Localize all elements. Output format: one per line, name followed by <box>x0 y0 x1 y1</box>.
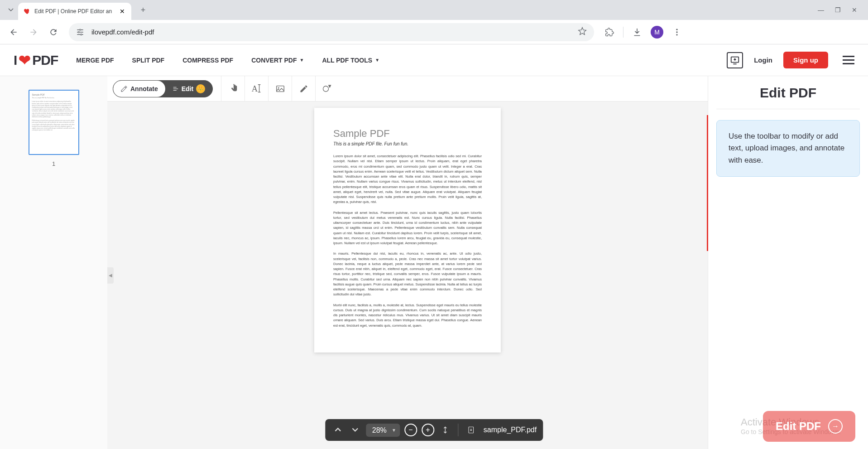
nav-all-tools[interactable]: ALL PDF TOOLS ▼ <box>322 57 379 64</box>
profile-avatar[interactable]: M <box>649 24 665 40</box>
doc-paragraph: Morbi elit nunc, facilisis a, mollis a, … <box>333 303 482 328</box>
logo[interactable]: I ❤ PDF <box>14 52 58 69</box>
collapse-sidebar-icon[interactable]: ◀ <box>107 267 114 284</box>
svg-point-18 <box>278 87 279 88</box>
extensions-icon[interactable] <box>601 24 618 40</box>
svg-point-2 <box>80 29 81 30</box>
canvas-area[interactable]: ◀ Sample PDF This is a simple PDF file. … <box>107 101 708 449</box>
bottom-bar-divider <box>458 424 458 436</box>
chevron-down-icon: ▼ <box>300 58 304 63</box>
draw-tool-button[interactable] <box>292 76 315 101</box>
svg-point-5 <box>78 31 80 33</box>
edit-mode-button[interactable]: Edit 👑 <box>165 81 212 97</box>
bottom-bar: 28% ▼ − + sample_PDF.pdf <box>325 419 543 441</box>
browser-tab[interactable]: Edit PDF | Online PDF Editor an ✕ <box>18 3 131 20</box>
crown-badge-icon: 👑 <box>196 84 205 93</box>
desktop-download-icon[interactable] <box>727 52 743 68</box>
content-area: Sample PDF This is a simple PDF file. Fu… <box>0 76 868 449</box>
svg-text:A: A <box>251 83 258 93</box>
doc-paragraph: In mauris. Pellentesque dui nisi, iaculi… <box>333 251 482 297</box>
tab-favicon-heart-icon <box>24 8 31 15</box>
site-settings-icon[interactable] <box>76 28 84 36</box>
file-icon[interactable] <box>465 424 477 436</box>
downloads-icon[interactable] <box>629 24 645 40</box>
panel-title: Edit PDF <box>716 85 860 109</box>
edit-label: Edit <box>182 85 193 92</box>
filename-label: sample_PDF.pdf <box>484 426 537 434</box>
prev-page-button[interactable] <box>331 424 344 436</box>
accent-bar <box>707 115 708 251</box>
info-box: Use the toolbar to modify or add text, u… <box>716 120 860 177</box>
svg-point-9 <box>676 29 677 30</box>
zoom-select[interactable]: 28% <box>366 424 400 437</box>
url-bar[interactable]: ilovepdf.com/edit-pdf <box>69 23 594 41</box>
reload-button[interactable] <box>45 24 62 40</box>
url-text: ilovepdf.com/edit-pdf <box>91 28 571 36</box>
login-link[interactable]: Login <box>754 56 772 64</box>
text-tool-button[interactable]: A <box>245 76 268 101</box>
svg-rect-4 <box>80 32 83 33</box>
site-header: I ❤ PDF MERGE PDF SPLIT PDF COMPRESS PDF… <box>0 44 868 76</box>
hamburger-menu-icon[interactable] <box>843 56 854 64</box>
annotate-mode-button[interactable]: Annotate <box>113 81 165 97</box>
logo-prefix: I <box>14 53 17 68</box>
svg-point-8 <box>81 34 82 35</box>
page-thumbnail[interactable]: Sample PDF This is a simple PDF file. Fu… <box>29 90 79 155</box>
pen-icon <box>120 85 128 92</box>
close-window-icon[interactable]: ✕ <box>852 6 857 14</box>
thumbnail-page-number: 1 <box>52 160 55 167</box>
chevron-down-icon: ▼ <box>375 58 379 63</box>
thumb-doc-title: Sample PDF <box>32 93 76 96</box>
zoom-in-button[interactable]: + <box>422 424 434 436</box>
svg-point-10 <box>676 31 677 33</box>
browser-titlebar: Edit PDF | Online PDF Editor an ✕ + — ❐ … <box>0 0 868 20</box>
nav-merge-pdf[interactable]: MERGE PDF <box>76 57 114 64</box>
document-page[interactable]: Sample PDF This is a simple PDF file. Fu… <box>314 108 501 352</box>
editor-toolbar: Annotate Edit 👑 A <box>107 76 708 101</box>
doc-subtitle: This is a simple PDF file. Fun fun fun. <box>333 141 482 146</box>
fab-label: Edit PDF <box>776 420 821 433</box>
edit-pdf-fab-button[interactable]: Edit PDF → <box>763 411 855 442</box>
next-page-button[interactable] <box>349 424 361 436</box>
window-controls: — ❐ ✕ <box>818 6 864 14</box>
tab-dropdown-icon[interactable] <box>4 3 18 17</box>
nav-convert-label: CONVERT PDF <box>251 57 297 64</box>
svg-rect-17 <box>276 86 284 92</box>
mode-toggle: Annotate Edit 👑 <box>113 80 213 97</box>
hand-tool-button[interactable] <box>221 76 245 101</box>
nav-split-pdf[interactable]: SPLIT PDF <box>132 57 165 64</box>
thumb-preview: This is a simple PDF file. Fun fun fun. … <box>32 97 76 131</box>
new-tab-button[interactable]: + <box>137 4 149 16</box>
annotate-label: Annotate <box>130 85 158 92</box>
image-tool-button[interactable] <box>268 76 292 101</box>
minimize-icon[interactable]: — <box>818 6 824 14</box>
bookmark-star-icon[interactable] <box>578 27 587 38</box>
header-right: Login Sign up <box>727 52 854 68</box>
logo-suffix: PDF <box>32 53 58 68</box>
nav-compress-pdf[interactable]: COMPRESS PDF <box>182 57 233 64</box>
nav-convert-pdf[interactable]: CONVERT PDF ▼ <box>251 57 304 64</box>
nav-menu: MERGE PDF SPLIT PDF COMPRESS PDF CONVERT… <box>76 57 379 64</box>
editor-area: Annotate Edit 👑 A <box>107 76 708 449</box>
signup-button[interactable]: Sign up <box>783 52 828 68</box>
svg-rect-1 <box>81 29 83 30</box>
arrow-right-icon: → <box>828 419 843 434</box>
nav-all-tools-label: ALL PDF TOOLS <box>322 57 372 64</box>
svg-point-11 <box>676 34 677 35</box>
zoom-out-button[interactable]: − <box>404 424 417 436</box>
thumbnail-sidebar: Sample PDF This is a simple PDF file. Fu… <box>0 76 107 449</box>
shapes-tool-button[interactable] <box>315 76 339 101</box>
tab-close-icon[interactable]: ✕ <box>119 8 126 15</box>
browser-menu-icon[interactable] <box>669 24 685 40</box>
toolbar-separator <box>623 27 623 38</box>
doc-paragraph: Lorem ipsum dolor sit amet, consectetuer… <box>333 154 482 205</box>
doc-paragraph: Pellentesque sit amet lectus. Praesent p… <box>333 210 482 246</box>
maximize-icon[interactable]: ❐ <box>835 6 841 14</box>
fit-height-button[interactable] <box>439 424 451 436</box>
forward-button[interactable] <box>25 24 42 40</box>
back-button[interactable] <box>5 24 22 40</box>
lines-icon <box>173 86 179 92</box>
zoom-select-wrap: 28% ▼ <box>366 424 400 437</box>
doc-title: Sample PDF <box>333 128 482 140</box>
svg-rect-6 <box>77 34 81 35</box>
